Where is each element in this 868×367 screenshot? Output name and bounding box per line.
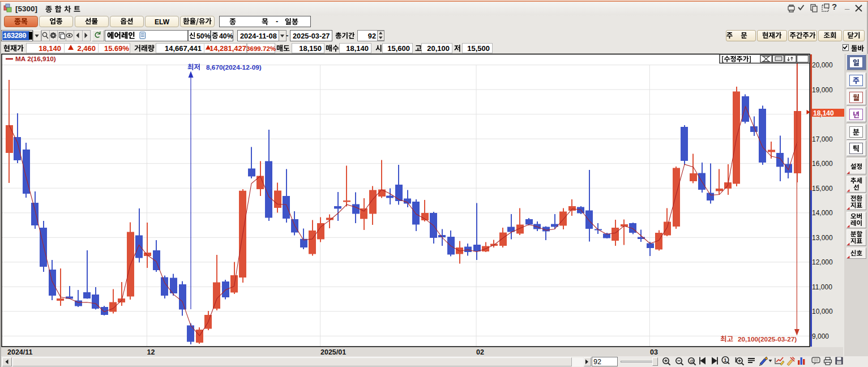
svg-text:MA 2(16,910): MA 2(16,910) <box>15 55 56 63</box>
svg-text:@: @ <box>690 359 694 364</box>
svg-text:20,100(2025-03-27): 20,100(2025-03-27) <box>738 335 797 343</box>
svg-text:1: 1 <box>724 357 727 363</box>
svg-text:8,670(2024-12-09): 8,670(2024-12-09) <box>206 63 262 71</box>
